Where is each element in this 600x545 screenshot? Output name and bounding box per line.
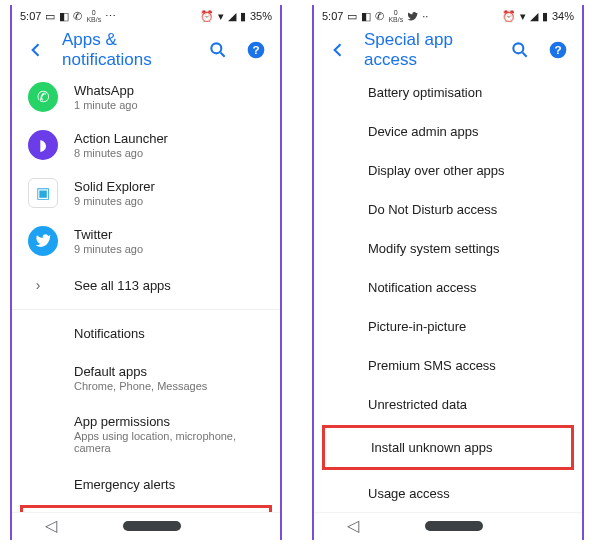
phone-left: 5:07 ▭ ◧ ✆ 0KB/s ⋯ ⏰ ▾ ◢ ▮ 35% Apps & no… — [10, 5, 282, 540]
app-name: Solid Explorer — [74, 179, 264, 194]
nav-bar: ◁ — [314, 512, 582, 540]
status-bar: 5:07 ▭ ◧ ✆ 0KB/s ·· ⏰ ▾ ◢ ▮ 34% — [314, 5, 582, 27]
search-button[interactable] — [508, 38, 532, 62]
setting-subtitle: Apps using location, microphone, camera — [74, 430, 264, 454]
clock-text: 5:07 — [20, 10, 41, 22]
back-button[interactable] — [24, 38, 48, 62]
content-scroll[interactable]: Battery optimisation Device admin apps D… — [314, 73, 582, 512]
content-scroll[interactable]: ✆ WhatsApp 1 minute ago ◗ Action Launche… — [12, 73, 280, 512]
setting-title: Emergency alerts — [74, 477, 264, 492]
item-battery-optimisation[interactable]: Battery optimisation — [314, 73, 582, 112]
setting-subtitle: Chrome, Phone, Messages — [74, 380, 264, 392]
app-row-twitter[interactable]: Twitter 9 minutes ago — [12, 217, 280, 265]
nav-bar: ◁ — [12, 512, 280, 540]
notif-icon: ◧ — [59, 10, 69, 23]
setting-notifications[interactable]: Notifications — [12, 314, 280, 353]
nav-back-icon[interactable]: ◁ — [45, 516, 57, 535]
wifi-icon: ▾ — [520, 10, 526, 23]
battery-text: 34% — [552, 10, 574, 22]
highlight-special-app-access: Special app access 4 apps can use unrest… — [20, 505, 272, 512]
svg-point-3 — [513, 43, 523, 53]
search-button[interactable] — [206, 38, 230, 62]
item-install-unknown-apps[interactable]: Install unknown apps — [325, 428, 571, 467]
app-name: Twitter — [74, 227, 264, 242]
twitter-icon — [28, 226, 58, 256]
app-row-solid-explorer[interactable]: ▣ Solid Explorer 9 minutes ago — [12, 169, 280, 217]
battery-icon: ▮ — [542, 10, 548, 23]
setting-title: Notifications — [74, 326, 264, 341]
twitter-status-icon — [407, 11, 418, 22]
notif-icon: ▭ — [45, 10, 55, 23]
chevron-right-icon: › — [28, 277, 48, 293]
page-title: Special app access — [364, 30, 494, 70]
divider — [12, 309, 280, 310]
app-subtitle: 8 minutes ago — [74, 147, 264, 159]
battery-icon: ▮ — [240, 10, 246, 23]
network-speed: 0KB/s — [86, 9, 101, 23]
item-do-not-disturb-access[interactable]: Do Not Disturb access — [314, 190, 582, 229]
app-name: Action Launcher — [74, 131, 264, 146]
app-subtitle: 9 minutes ago — [74, 243, 264, 255]
wifi-icon: ▾ — [218, 10, 224, 23]
app-subtitle: 1 minute ago — [74, 99, 264, 111]
whatsapp-status-icon: ✆ — [375, 10, 384, 23]
setting-default-apps[interactable]: Default apps Chrome, Phone, Messages — [12, 353, 280, 403]
item-device-admin-apps[interactable]: Device admin apps — [314, 112, 582, 151]
help-button[interactable]: ? — [546, 38, 570, 62]
item-unrestricted-data[interactable]: Unrestricted data — [314, 385, 582, 424]
app-name: WhatsApp — [74, 83, 264, 98]
nav-home-pill[interactable] — [123, 521, 181, 531]
app-bar: Apps & notifications ? — [12, 27, 280, 73]
see-all-apps[interactable]: › See all 113 apps — [12, 265, 280, 305]
setting-title: Default apps — [74, 364, 264, 379]
app-bar: Special app access ? — [314, 27, 582, 73]
help-button[interactable]: ? — [244, 38, 268, 62]
setting-app-permissions[interactable]: App permissions Apps using location, mic… — [12, 403, 280, 465]
svg-text:?: ? — [554, 43, 561, 56]
nav-back-icon[interactable]: ◁ — [347, 516, 359, 535]
see-all-label: See all 113 apps — [74, 278, 171, 293]
alarm-icon: ⏰ — [200, 10, 214, 23]
action-launcher-icon: ◗ — [28, 130, 58, 160]
back-button[interactable] — [326, 38, 350, 62]
nav-home-pill[interactable] — [425, 521, 483, 531]
item-premium-sms-access[interactable]: Premium SMS access — [314, 346, 582, 385]
network-speed: 0KB/s — [388, 9, 403, 23]
signal-icon: ◢ — [228, 10, 236, 23]
phone-right: 5:07 ▭ ◧ ✆ 0KB/s ·· ⏰ ▾ ◢ ▮ 34% Special … — [312, 5, 584, 540]
setting-title: App permissions — [74, 414, 264, 429]
notif-icon: ◧ — [361, 10, 371, 23]
clock-text: 5:07 — [322, 10, 343, 22]
svg-text:?: ? — [252, 43, 259, 56]
app-subtitle: 9 minutes ago — [74, 195, 264, 207]
solid-explorer-icon: ▣ — [28, 178, 58, 208]
page-title: Apps & notifications — [62, 30, 192, 70]
whatsapp-status-icon: ✆ — [73, 10, 82, 23]
app-row-action-launcher[interactable]: ◗ Action Launcher 8 minutes ago — [12, 121, 280, 169]
whatsapp-icon: ✆ — [28, 82, 58, 112]
item-usage-access[interactable]: Usage access — [314, 474, 582, 512]
alarm-icon: ⏰ — [502, 10, 516, 23]
battery-text: 35% — [250, 10, 272, 22]
status-bar: 5:07 ▭ ◧ ✆ 0KB/s ⋯ ⏰ ▾ ◢ ▮ 35% — [12, 5, 280, 27]
more-icon: ·· — [422, 10, 428, 22]
notif-icon: ▭ — [347, 10, 357, 23]
svg-point-0 — [211, 43, 221, 53]
setting-emergency-alerts[interactable]: Emergency alerts — [12, 465, 280, 504]
item-picture-in-picture[interactable]: Picture-in-picture — [314, 307, 582, 346]
signal-icon: ◢ — [530, 10, 538, 23]
item-notification-access[interactable]: Notification access — [314, 268, 582, 307]
item-modify-system-settings[interactable]: Modify system settings — [314, 229, 582, 268]
item-display-over-other-apps[interactable]: Display over other apps — [314, 151, 582, 190]
more-icon: ⋯ — [105, 10, 116, 23]
app-row-whatsapp[interactable]: ✆ WhatsApp 1 minute ago — [12, 73, 280, 121]
highlight-install-unknown-apps: Install unknown apps — [322, 425, 574, 470]
